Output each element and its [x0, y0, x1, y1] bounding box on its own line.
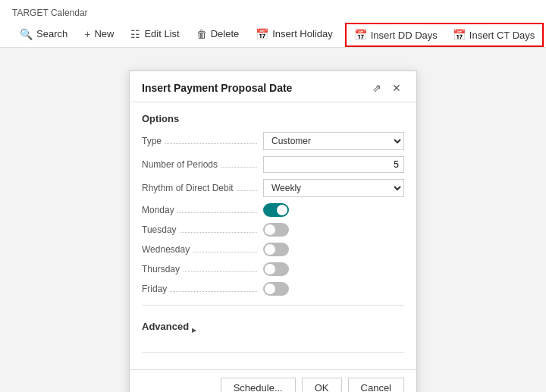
- tuesday-row: Tuesday: [142, 223, 404, 237]
- search-button[interactable]: 🔍 Search: [12, 24, 75, 47]
- edit-list-button[interactable]: ☷ Edit List: [123, 24, 187, 47]
- dialog-header-actions: ⇗ ✕: [369, 80, 404, 96]
- ok-button[interactable]: OK: [302, 378, 342, 392]
- edit-list-label: Edit List: [144, 28, 179, 39]
- delete-button[interactable]: 🗑 Delete: [189, 24, 247, 47]
- tuesday-toggle-thumb: [265, 224, 275, 235]
- page-title: TARGET Calendar: [12, 5, 534, 23]
- friday-toggle[interactable]: [263, 282, 289, 296]
- wednesday-toggle-track: [263, 243, 289, 256]
- monday-toggle-thumb: [277, 205, 287, 215]
- wednesday-toggle[interactable]: [263, 243, 289, 256]
- tuesday-toggle-track: [263, 223, 289, 237]
- thursday-label: Thursday: [142, 264, 263, 274]
- highlighted-group: 📅 Insert DD Days 📅 Insert CT Days: [345, 23, 544, 47]
- monday-row: Monday: [142, 203, 404, 217]
- thursday-row: Thursday: [142, 262, 404, 276]
- thursday-toggle-track: [263, 262, 289, 276]
- dialog-title: Insert Payment Proposal Date: [142, 82, 292, 94]
- toolbar: 🔍 Search + New ☷ Edit List 🗑 Delete 📅 In…: [12, 23, 534, 47]
- edit-list-icon: ☷: [130, 28, 140, 40]
- monday-toggle[interactable]: [263, 203, 289, 217]
- thursday-toggle[interactable]: [263, 262, 289, 276]
- plus-icon: +: [84, 28, 90, 40]
- dialog-body: Options Type Customer Vendor Number of P…: [130, 102, 416, 369]
- friday-label: Friday: [142, 284, 263, 294]
- schedule-button[interactable]: Schedule...: [221, 378, 296, 392]
- wednesday-row: Wednesday: [142, 243, 404, 256]
- insert-dd-days-button[interactable]: 📅 Insert DD Days: [347, 24, 445, 45]
- insert-holiday-label: Insert Holiday: [272, 28, 332, 39]
- close-button[interactable]: ✕: [389, 80, 404, 96]
- wednesday-label: Wednesday: [142, 244, 263, 255]
- cancel-button[interactable]: Cancel: [348, 378, 404, 392]
- thursday-toggle-wrapper: [263, 262, 404, 276]
- advanced-chevron-icon: ▸: [192, 325, 196, 335]
- monday-label: Monday: [142, 205, 263, 215]
- tuesday-label: Tuesday: [142, 224, 263, 235]
- monday-toggle-track: [263, 203, 289, 217]
- dialog-header: Insert Payment Proposal Date ⇗ ✕: [130, 71, 416, 102]
- rhythm-label: Rhythm of Direct Debit: [142, 183, 263, 193]
- type-row: Type Customer Vendor: [142, 132, 404, 150]
- insert-ct-days-button[interactable]: 📅 Insert CT Days: [445, 24, 542, 45]
- new-label: New: [94, 28, 114, 39]
- insert-ct-days-label: Insert CT Days: [469, 30, 535, 41]
- number-of-periods-label: Number of Periods: [142, 159, 263, 170]
- friday-toggle-wrapper: [263, 282, 404, 296]
- dialog-footer: Schedule... OK Cancel: [130, 369, 416, 392]
- tuesday-toggle-wrapper: [263, 223, 404, 237]
- friday-toggle-track: [263, 282, 289, 296]
- delete-label: Delete: [211, 28, 240, 39]
- expand-button[interactable]: ⇗: [369, 80, 384, 96]
- insert-ct-days-icon: 📅: [453, 29, 466, 41]
- number-of-periods-control: [263, 156, 404, 173]
- tuesday-toggle[interactable]: [263, 223, 289, 237]
- number-of-periods-input[interactable]: [263, 156, 404, 173]
- friday-row: Friday: [142, 282, 404, 296]
- insert-holiday-button[interactable]: 📅 Insert Holiday: [248, 24, 340, 47]
- friday-toggle-thumb: [265, 284, 275, 294]
- dialog: Insert Payment Proposal Date ⇗ ✕ Options…: [129, 71, 417, 392]
- insert-dd-days-label: Insert DD Days: [371, 30, 438, 41]
- advanced-row[interactable]: Advanced ▸: [142, 315, 404, 343]
- search-label: Search: [36, 28, 67, 39]
- section-divider: [142, 305, 404, 306]
- monday-toggle-wrapper: [263, 203, 404, 217]
- type-control: Customer Vendor: [263, 132, 404, 150]
- insert-holiday-icon: 📅: [256, 28, 268, 40]
- type-select[interactable]: Customer Vendor: [263, 132, 404, 150]
- new-button[interactable]: + New: [77, 24, 121, 47]
- rhythm-control: Weekly Monthly Daily: [263, 179, 404, 197]
- wednesday-toggle-wrapper: [263, 243, 404, 256]
- main-content: Insert Payment Proposal Date ⇗ ✕ Options…: [0, 48, 546, 392]
- thursday-toggle-thumb: [265, 264, 275, 274]
- type-label: Type: [142, 136, 263, 146]
- advanced-divider: [142, 352, 404, 353]
- options-section-label: Options: [142, 113, 404, 124]
- wednesday-toggle-thumb: [265, 244, 275, 255]
- number-of-periods-row: Number of Periods: [142, 156, 404, 173]
- advanced-label: Advanced: [142, 321, 189, 332]
- insert-dd-days-icon: 📅: [354, 29, 367, 41]
- rhythm-select[interactable]: Weekly Monthly Daily: [263, 179, 404, 197]
- delete-icon: 🗑: [196, 28, 207, 40]
- rhythm-row: Rhythm of Direct Debit Weekly Monthly Da…: [142, 179, 404, 197]
- search-icon: 🔍: [20, 28, 33, 40]
